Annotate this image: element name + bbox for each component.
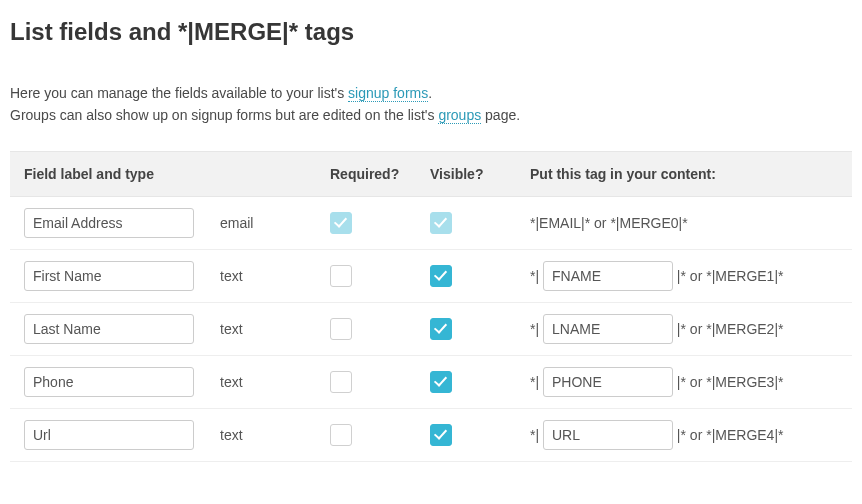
header-visible: Visible? (420, 151, 520, 196)
table-row: text*| |* or *|MERGE2|* (10, 302, 852, 355)
merge-tag-cell: *|EMAIL|* or *|MERGE0|* (520, 196, 852, 249)
field-type: text (210, 355, 320, 408)
intro-line2-post: page. (481, 107, 520, 123)
page-title: List fields and *|MERGE|* tags (10, 18, 852, 46)
merge-tag-input[interactable] (543, 367, 673, 397)
tag-prefix: *| (530, 321, 543, 337)
header-label: Field label and type (10, 151, 320, 196)
merge-tag-cell: *| |* or *|MERGE4|* (520, 408, 852, 461)
merge-tag-cell: *| |* or *|MERGE2|* (520, 302, 852, 355)
field-label-input[interactable] (24, 208, 194, 238)
header-tag: Put this tag in your content: (520, 151, 852, 196)
intro-text: Here you can manage the fields available… (10, 82, 852, 127)
field-type: email (210, 196, 320, 249)
table-row: text*| |* or *|MERGE1|* (10, 249, 852, 302)
merge-tag-static: *|EMAIL|* or *|MERGE0|* (530, 215, 688, 231)
tag-prefix: *| (530, 374, 543, 390)
field-type: text (210, 249, 320, 302)
table-row: text*| |* or *|MERGE4|* (10, 408, 852, 461)
field-label-input[interactable] (24, 314, 194, 344)
visible-checkbox[interactable] (430, 318, 452, 340)
merge-tag-input[interactable] (543, 420, 673, 450)
required-checkbox[interactable] (330, 424, 352, 446)
merge-tag-cell: *| |* or *|MERGE1|* (520, 249, 852, 302)
intro-line1-pre: Here you can manage the fields available… (10, 85, 348, 101)
signup-forms-link[interactable]: signup forms (348, 85, 428, 102)
field-type: text (210, 302, 320, 355)
merge-tag-cell: *| |* or *|MERGE3|* (520, 355, 852, 408)
visible-checkbox[interactable] (430, 371, 452, 393)
required-checkbox[interactable] (330, 265, 352, 287)
tag-suffix: |* or *|MERGE4|* (673, 427, 784, 443)
field-label-input[interactable] (24, 367, 194, 397)
tag-suffix: |* or *|MERGE3|* (673, 374, 784, 390)
intro-line1-post: . (428, 85, 432, 101)
required-checkbox (330, 212, 352, 234)
tag-suffix: |* or *|MERGE1|* (673, 268, 784, 284)
field-label-input[interactable] (24, 261, 194, 291)
visible-checkbox (430, 212, 452, 234)
table-row: email*|EMAIL|* or *|MERGE0|* (10, 196, 852, 249)
groups-link[interactable]: groups (438, 107, 481, 124)
tag-prefix: *| (530, 427, 543, 443)
merge-tag-input[interactable] (543, 261, 673, 291)
header-required: Required? (320, 151, 420, 196)
field-type: text (210, 408, 320, 461)
required-checkbox[interactable] (330, 371, 352, 393)
intro-line2-pre: Groups can also show up on signup forms … (10, 107, 438, 123)
required-checkbox[interactable] (330, 318, 352, 340)
field-label-input[interactable] (24, 420, 194, 450)
fields-table: Field label and type Required? Visible? … (10, 151, 852, 462)
table-row: text*| |* or *|MERGE3|* (10, 355, 852, 408)
tag-suffix: |* or *|MERGE2|* (673, 321, 784, 337)
visible-checkbox[interactable] (430, 424, 452, 446)
visible-checkbox[interactable] (430, 265, 452, 287)
merge-tag-input[interactable] (543, 314, 673, 344)
tag-prefix: *| (530, 268, 543, 284)
